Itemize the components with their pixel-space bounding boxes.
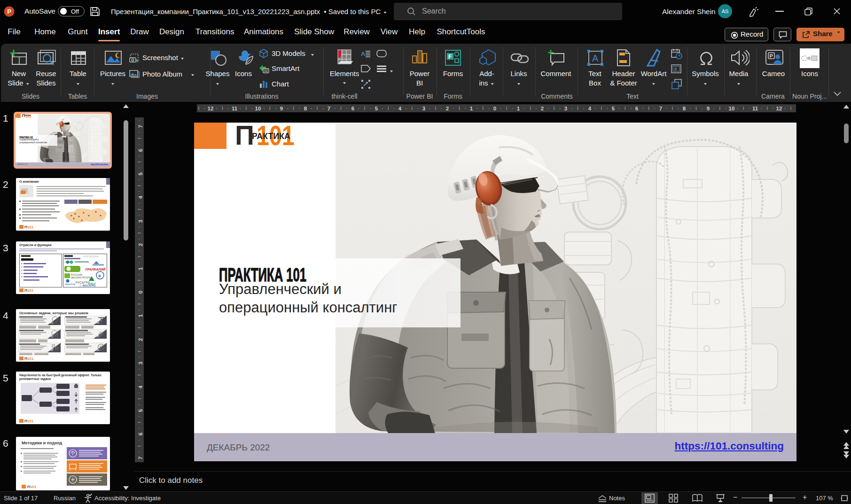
svg-text:5: 5: [612, 106, 615, 111]
svg-text:8: 8: [304, 106, 307, 111]
svg-text:#: #: [674, 67, 677, 72]
svg-text:2: 2: [446, 106, 449, 111]
svg-text:12: 12: [776, 106, 782, 111]
svg-text:2: 2: [138, 338, 143, 341]
svg-text:7: 7: [659, 106, 662, 111]
svg-text:6: 6: [138, 433, 143, 435]
svg-text:11: 11: [232, 106, 238, 111]
svg-text:4: 4: [138, 195, 143, 199]
svg-text:P: P: [770, 53, 773, 59]
svg-text:9: 9: [707, 106, 710, 111]
svg-text:5: 5: [138, 172, 143, 175]
svg-text:04: 04: [96, 321, 100, 324]
svg-text:УРАЛКАЛИЙ: УРАЛКАЛИЙ: [85, 267, 106, 271]
svg-text:11: 11: [752, 106, 758, 111]
svg-text:2: 2: [541, 106, 544, 111]
svg-text:03: 03: [50, 349, 54, 351]
svg-text:5: 5: [375, 106, 378, 111]
svg-text:4: 4: [138, 385, 143, 388]
svg-text:7: 7: [138, 457, 143, 459]
svg-text:10: 10: [729, 106, 735, 111]
svg-text:ЛЕСНАЯ ГРУППА: ЛЕСНАЯ ГРУППА: [71, 276, 91, 279]
svg-text:6: 6: [351, 106, 354, 111]
svg-text:3: 3: [138, 362, 143, 364]
svg-text:0: 0: [493, 106, 496, 111]
svg-text:10: 10: [255, 106, 261, 111]
svg-text:8: 8: [683, 106, 686, 111]
svg-text:9: 9: [280, 106, 283, 111]
svg-text:4: 4: [398, 106, 402, 111]
svg-text:ЕвроХим: ЕвроХим: [65, 283, 76, 286]
svg-text:4: 4: [588, 106, 592, 111]
svg-text:3: 3: [422, 106, 425, 111]
svg-text:1: 1: [138, 314, 143, 317]
svg-text:5: 5: [138, 409, 143, 412]
svg-text:3: 3: [564, 106, 567, 111]
svg-text:A: A: [592, 53, 599, 63]
svg-text:1: 1: [138, 267, 143, 270]
svg-text:6: 6: [138, 149, 143, 152]
svg-text:0: 0: [138, 291, 143, 294]
svg-text:⚓ ФОСАГРО: ⚓ ФОСАГРО: [78, 284, 96, 287]
svg-text:12: 12: [208, 106, 214, 111]
svg-text:1: 1: [517, 106, 520, 111]
svg-text:7: 7: [138, 125, 143, 128]
svg-text:2: 2: [138, 243, 143, 246]
svg-text:7: 7: [328, 106, 330, 111]
svg-text:РУСАГРО: РУСАГРО: [76, 281, 90, 284]
svg-text:A: A: [361, 50, 366, 57]
svg-text:B: B: [99, 274, 101, 278]
svg-text:F: F: [448, 54, 452, 60]
svg-text:1: 1: [470, 106, 473, 111]
svg-text:05: 05: [96, 335, 100, 338]
svg-text:3: 3: [138, 220, 143, 223]
svg-text:6: 6: [635, 106, 638, 111]
